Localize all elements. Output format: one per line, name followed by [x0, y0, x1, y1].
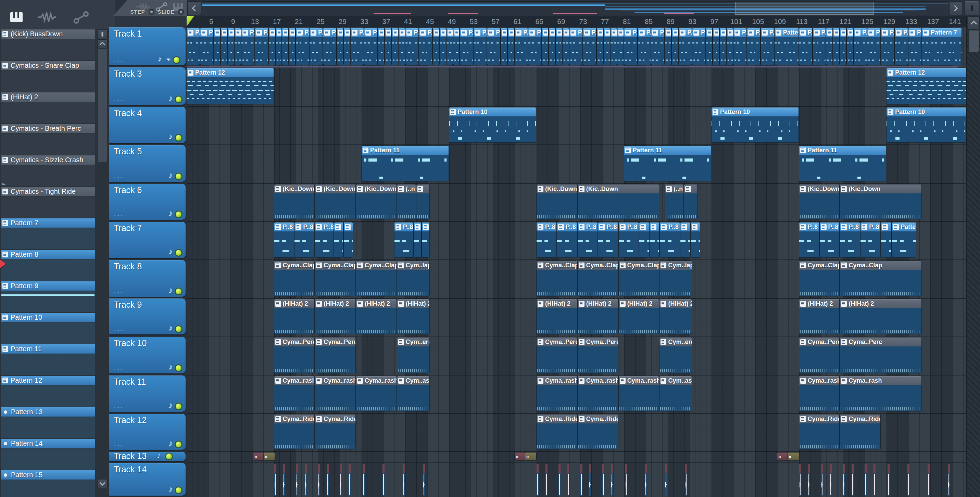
piano-roll-icon[interactable] — [10, 12, 22, 22]
audio-clip-cymlap[interactable]: Cym..lap — [397, 261, 430, 296]
pattern-clip[interactable] — [713, 28, 719, 65]
track-header-track-5[interactable]: Track 5···♪ — [109, 145, 186, 182]
audio-hit-clip[interactable] — [340, 464, 342, 496]
pattern-clip[interactable] — [680, 222, 690, 257]
track-mute-led[interactable] — [166, 454, 172, 459]
audio-hit-clip[interactable] — [625, 464, 627, 496]
pattern-clip[interactable] — [549, 28, 555, 65]
audio-clip-cymarash[interactable]: Cyma..rash — [619, 376, 659, 411]
track-header-track-7[interactable]: Track 7···♪ — [109, 222, 186, 258]
pattern-clip-p7[interactable]: P..7 — [242, 28, 255, 65]
pattern-clip-p7[interactable]: P..7 — [487, 28, 500, 65]
audio-hit-clip[interactable] — [865, 464, 867, 496]
track-grip-dots[interactable]: ··· — [114, 211, 124, 219]
audio-clip-hihat2[interactable]: (HiHat) 2 — [578, 299, 618, 334]
audio-hit-clip[interactable] — [589, 464, 591, 496]
instrument-note-icon[interactable]: ♪ — [169, 286, 173, 295]
pattern-clip-p7[interactable]: P..7 — [583, 28, 596, 65]
pattern-clip-pattern11[interactable]: Pattern 11 — [799, 146, 886, 181]
pattern-clip-p7[interactable]: P..7 — [624, 28, 637, 65]
pattern-clip[interactable] — [282, 28, 288, 65]
track-grip-dots[interactable]: ··· — [114, 96, 124, 104]
audio-clip-hihat2[interactable]: (HiHat) 2 — [840, 299, 921, 334]
sidebar-item-pattern-13[interactable]: Pattern 13 — [1, 407, 95, 438]
pattern-clip-p7[interactable]: P..7 — [474, 28, 487, 65]
pattern-clip[interactable] — [344, 28, 350, 65]
picker-scrollbar[interactable] — [97, 29, 108, 497]
pattern-clip[interactable] — [706, 28, 712, 65]
pattern-clip[interactable] — [720, 28, 726, 65]
audio-clip-kicdown[interactable]: (Kic..Down — [578, 184, 659, 219]
playlist-grid[interactable]: P..7P..7P..7P..7P..7P..7P..7P..7P..7P..7… — [187, 27, 966, 497]
audio-clip-cymerc[interactable]: Cym..erc — [660, 338, 692, 373]
audio-hit-clip[interactable] — [423, 464, 425, 496]
pattern-clip[interactable] — [611, 28, 617, 65]
minimap-viewport[interactable] — [735, 2, 874, 15]
audio-clip-hihat2[interactable]: (HiHat) 2 — [536, 299, 577, 334]
sidebar-item-pattern-8[interactable]: Pattern 8 — [1, 250, 95, 281]
track-grip-dots[interactable]: ··· — [114, 365, 124, 373]
track-grip-dots[interactable]: ··· — [114, 173, 124, 181]
pattern-clip-p7[interactable]: P..7 — [761, 28, 774, 65]
pattern-clip-p8[interactable]: P..8 — [557, 222, 577, 257]
chevron-down-icon[interactable] — [166, 59, 170, 61]
track-mute-led[interactable] — [176, 403, 181, 410]
sidebar-item-pattern-10[interactable]: Pattern 10 — [1, 313, 95, 344]
pattern-clip[interactable] — [414, 222, 421, 257]
pattern-clip[interactable] — [542, 28, 548, 65]
instrument-note-icon[interactable]: ♪ — [169, 170, 173, 180]
audio-hit-clip[interactable] — [274, 464, 276, 496]
audio-clip-kicdown[interactable]: (Kic..Down — [356, 184, 396, 219]
track-header-track-11[interactable]: Track 11···♪ — [109, 375, 186, 412]
track-mute-led[interactable] — [176, 441, 181, 447]
pattern-clip-pattern12[interactable]: Pattern 12 — [886, 68, 966, 104]
pattern-clip[interactable] — [665, 28, 671, 65]
pattern-clip[interactable] — [556, 28, 562, 65]
track-header-track-4[interactable]: Track 4···♪ — [109, 107, 186, 143]
pattern-clip-p7[interactable]: P..7 — [200, 28, 213, 65]
pattern-clip[interactable] — [727, 28, 733, 65]
audio-hit-clip[interactable] — [611, 464, 613, 496]
pattern-clip-p8[interactable]: P..8 — [820, 222, 840, 257]
audio-hit-clip[interactable] — [948, 464, 950, 496]
pattern-clip-p7[interactable]: P..7 — [679, 28, 692, 65]
pattern-clip[interactable] — [690, 222, 700, 257]
audio-clip-cymarash[interactable]: Cyma..rash — [356, 376, 396, 411]
audio-clip-kicdown[interactable]: (Kic..Down — [536, 184, 577, 219]
playlist-vscrollbar[interactable] — [966, 16, 980, 497]
pattern-clip-p7[interactable]: P..7 — [323, 28, 336, 65]
audio-clip-hihat2[interactable]: (HiHat) 2 — [660, 299, 692, 334]
audio-clip-cymaperc[interactable]: Cyma..Perc — [578, 338, 618, 373]
audio-hit-clip[interactable] — [928, 464, 930, 496]
slide-radio[interactable] — [178, 9, 184, 15]
track-header-track-9[interactable]: Track 9···♪ — [109, 299, 186, 334]
pattern-clip[interactable] — [440, 28, 446, 65]
pattern-clip-pattern11[interactable]: Pattern 11 — [624, 146, 711, 181]
pattern-clip-pattern8[interactable]: Pattern 8 — [892, 222, 916, 257]
playlist-row-track-14[interactable] — [187, 463, 966, 497]
track-mute-led[interactable] — [176, 250, 181, 256]
audio-hit-clip[interactable] — [283, 464, 285, 496]
pattern-clip-p7[interactable]: P..7 — [364, 28, 377, 65]
instrument-note-icon[interactable]: ♪ — [169, 132, 173, 141]
pattern-clip-p8[interactable]: P..8 — [619, 222, 639, 257]
pattern-clip-p7[interactable]: P..7 — [895, 28, 908, 65]
scroll-left-button[interactable] — [187, 2, 201, 15]
audio-clip-hihat2[interactable]: (HiHat) 2 — [619, 299, 659, 334]
track-grip-dots[interactable]: ··· — [114, 57, 124, 65]
pattern-clip-p7[interactable]: P..7 — [908, 28, 921, 65]
audio-clip-cymaclap[interactable]: Cyma..Clap — [840, 261, 921, 296]
audio-hit-clip[interactable] — [327, 464, 329, 496]
pattern-clip[interactable] — [840, 28, 846, 65]
pattern-clip[interactable] — [235, 28, 241, 65]
audio-hit-clip[interactable] — [602, 464, 605, 496]
audio-clip-cymash[interactable]: Cym..ash — [660, 376, 692, 411]
audio-clip-kicdown[interactable]: (Kic..Down — [315, 184, 355, 219]
pattern-clip-p7[interactable]: P..7 — [570, 28, 582, 65]
pattern-clip-p8[interactable]: P..8 — [861, 222, 880, 257]
scroll-right-button[interactable] — [949, 2, 962, 15]
audio-hit-clip[interactable] — [685, 464, 687, 496]
pattern-clip-p7[interactable]: P..7 — [854, 28, 867, 65]
audio-clip-cymaperc[interactable]: Cyma..Perc — [274, 338, 315, 373]
playlist-row-track-4[interactable] — [187, 107, 966, 145]
